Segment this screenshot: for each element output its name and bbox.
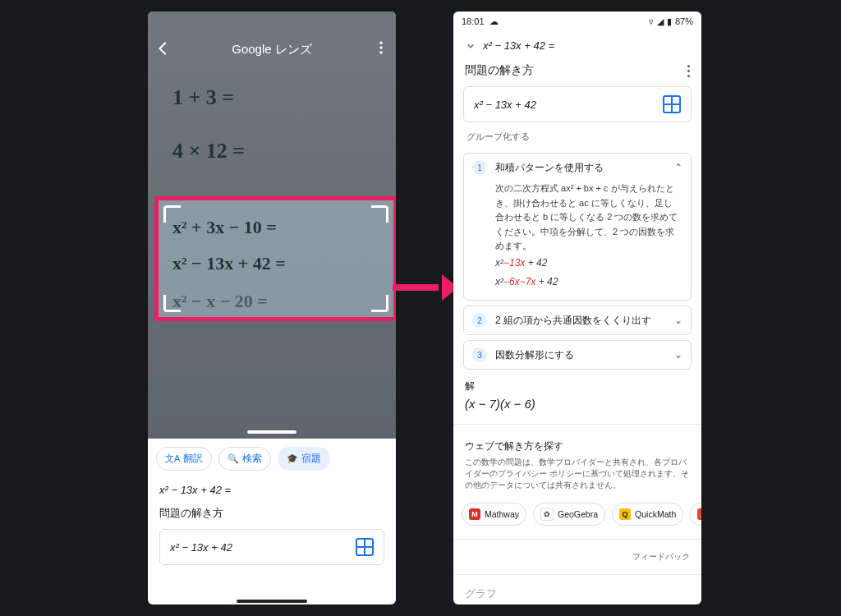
howto-label: 問題の解き方	[465, 63, 534, 78]
provider-name: QuickMath	[635, 509, 676, 519]
web-search-label: ウェブで解き方を探す	[453, 431, 701, 457]
captured-text-5: x² − x − 20 =	[172, 291, 268, 312]
captured-text-4: x² − 13x + 42 =	[172, 253, 286, 274]
signal-icon: ◢	[657, 16, 664, 27]
step-1-math-a: x²−13x + 42	[495, 254, 681, 273]
nav-pill[interactable]	[237, 600, 307, 603]
step-number: 2	[472, 313, 487, 328]
battery-pct: 87%	[675, 16, 693, 26]
keypad-icon[interactable]	[663, 95, 681, 113]
step-number: 1	[472, 160, 487, 175]
keypad-icon[interactable]	[356, 538, 374, 556]
step-1-math-b: x²−6x−7x + 42	[495, 273, 681, 292]
sheet-grabber[interactable]	[247, 430, 296, 434]
step-3-header[interactable]: 3 因数分解形にする ⌄	[464, 341, 691, 369]
search-icon: 🔍	[227, 453, 239, 464]
results-sheet: 文A 翻訳 🔍 検索 🎓 宿題 x² − 13x + 42 = 問題の解き方 x…	[148, 439, 396, 583]
howto-header: 問題の解き方	[453, 60, 701, 83]
cloud-icon: ☁	[489, 16, 499, 27]
chip-homework-label: 宿題	[301, 452, 321, 466]
back-button[interactable]	[154, 39, 172, 57]
chip-homework[interactable]: 🎓 宿題	[278, 447, 330, 471]
step-1-explanation: 次の二次方程式 ax² + bx + c が与えられたとき、掛け合わせると ac…	[495, 182, 681, 254]
lens-title: Google レンズ	[232, 42, 312, 57]
section-cutoff: グラフ	[453, 582, 701, 603]
solution-label: 解	[453, 370, 701, 395]
crop-handle-tr[interactable]	[371, 205, 388, 223]
equation-input-value: x² − 13x + 42	[474, 99, 536, 111]
crop-handle-br[interactable]	[371, 295, 388, 312]
captured-text-2: 4 × 12 =	[172, 139, 245, 163]
chip-search[interactable]: 🔍 検索	[218, 447, 271, 471]
divider	[453, 539, 701, 540]
status-bar: 18:01 ☁ ▿ ◢ ▮ 87%	[453, 11, 701, 31]
more-button[interactable]	[687, 65, 690, 77]
provider-badge: ✿	[540, 508, 554, 521]
solution-value: (x − 7)(x − 6)	[453, 395, 701, 417]
detected-equation: x² − 13x + 42 =	[148, 476, 396, 498]
provider-name: GeoGebra	[558, 509, 598, 519]
camera-view: 18:01 ☁ ▿ ◢ ▮ 87% Google レンズ 1 + 3 = 4 ×…	[148, 11, 396, 439]
divider	[453, 574, 701, 575]
equation-input-card[interactable]: x² − 13x + 42	[463, 86, 692, 122]
chip-translate[interactable]: 文A 翻訳	[156, 447, 212, 471]
provider-quickmath[interactable]: Q QuickMath	[612, 503, 683, 526]
chip-search-label: 検索	[242, 452, 262, 466]
more-button[interactable]	[373, 39, 389, 56]
chevron-up-icon: ⌃	[674, 162, 682, 173]
provider-badge: A	[697, 508, 701, 520]
provider-disclaimer: この数学の問題は、数学プロバイダーと共有され、各プロバイダーのプライバシー ポリ…	[453, 457, 701, 497]
svg-point-1	[379, 46, 382, 48]
step-2-header[interactable]: 2 2 組の項から共通因数をくくり出す ⌄	[464, 306, 691, 334]
annotation-arrow	[393, 271, 458, 304]
svg-point-0	[379, 42, 382, 44]
step-1: 1 和積パターンを使用する ⌃ 次の二次方程式 ax² + bx + c が与え…	[463, 153, 692, 301]
equation-input-value: x² − 13x + 42	[170, 541, 232, 554]
collapse-row[interactable]: x² − 13x + 42 =	[453, 31, 701, 60]
status-time: 18:01	[462, 16, 485, 26]
feedback-link[interactable]: フィードバック	[453, 546, 701, 568]
homework-icon: 🎓	[287, 453, 298, 464]
mode-chip-row: 文A 翻訳 🔍 検索 🎓 宿題	[148, 439, 396, 476]
step-3: 3 因数分解形にする ⌄	[463, 340, 692, 370]
captured-text-3: x² + 3x − 10 =	[172, 217, 277, 238]
step-2: 2 2 組の項から共通因数をくくり出す ⌄	[463, 306, 692, 335]
battery-icon: ▮	[667, 16, 672, 27]
provider-mathway[interactable]: M Mathway	[462, 503, 526, 526]
provider-overflow[interactable]: A	[690, 503, 701, 526]
step-title: 和積パターンを使用する	[495, 161, 666, 175]
provider-geogebra[interactable]: ✿ GeoGebra	[533, 503, 605, 526]
provider-badge: Q	[619, 508, 631, 520]
step-title: 2 組の項から共通因数をくくり出す	[495, 314, 666, 328]
svg-point-2	[379, 51, 382, 53]
method-label: グループ化する	[453, 127, 701, 148]
phone-right: 18:01 ☁ ▿ ◢ ▮ 87% x² − 13x + 42 = 問題の解き方…	[453, 11, 701, 605]
wifi-icon: ▿	[649, 16, 654, 27]
chevron-down-icon: ⌄	[674, 315, 682, 326]
collapsed-equation: x² − 13x + 42 =	[483, 39, 554, 52]
chevron-down-icon	[465, 40, 476, 52]
translate-icon: 文A	[165, 453, 180, 465]
lens-header: Google レンズ	[148, 31, 396, 67]
equation-input-card[interactable]: x² − 13x + 42	[159, 529, 384, 565]
step-title: 因数分解形にする	[495, 348, 666, 362]
captured-text-1: 1 + 3 =	[172, 85, 234, 110]
chevron-down-icon: ⌄	[674, 349, 682, 361]
chip-translate-label: 翻訳	[183, 452, 203, 466]
provider-badge: M	[469, 508, 480, 520]
provider-row: M Mathway ✿ GeoGebra Q QuickMath A	[453, 498, 701, 532]
phone-left: 18:01 ☁ ▿ ◢ ▮ 87% Google レンズ 1 + 3 = 4 ×…	[148, 11, 396, 605]
step-number: 3	[472, 347, 487, 362]
howto-label: 問題の解き方	[148, 498, 396, 526]
step-1-header[interactable]: 1 和積パターンを使用する ⌃	[464, 154, 691, 182]
provider-name: Mathway	[485, 509, 519, 519]
divider	[453, 424, 701, 425]
